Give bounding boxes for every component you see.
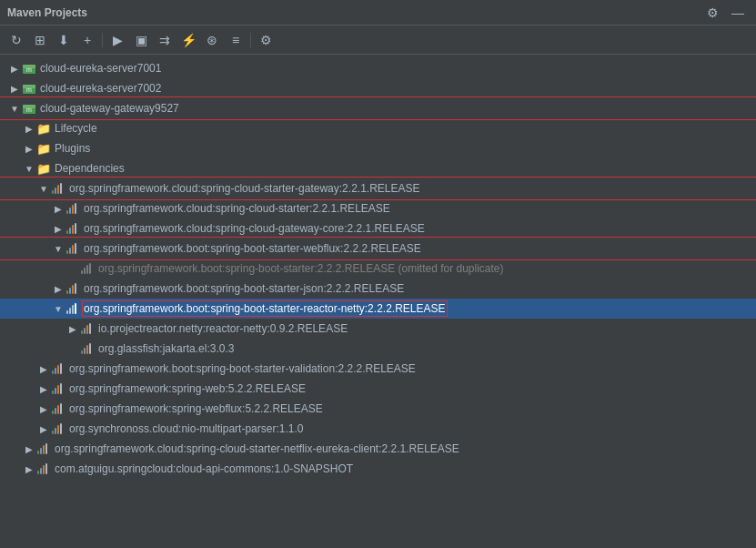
arrow-reactor-netty[interactable]: [51, 301, 66, 316]
label-spring-webflux: org.springframework:spring-webflux:5.2.2…: [69, 402, 323, 415]
arrow-nio-multipart[interactable]: [36, 421, 51, 436]
tree-item-jakarta-el[interactable]: org.glassfish:jakarta.el:3.0.3: [0, 339, 756, 359]
tree-item-dependencies[interactable]: 📁 Dependencies: [0, 158, 756, 178]
dep-icon-nio-multipart: [51, 421, 66, 436]
arrow-jakarta-el: [66, 341, 80, 356]
dep-icon-webflux: [66, 241, 80, 256]
arrow-reactor-netty-child[interactable]: [66, 321, 80, 336]
plugins-icon: 📁: [36, 141, 51, 156]
dep-icon-starter-json: [66, 281, 80, 296]
arrow-eureka-client[interactable]: [22, 441, 36, 456]
refresh-button[interactable]: ↻: [5, 29, 27, 51]
label-starter-validation: org.springframework.boot:spring-boot-sta…: [69, 362, 416, 375]
tree-item-reactor-netty-child[interactable]: io.projectreactor.netty:reactor-netty:0.…: [0, 319, 756, 339]
tree-item-gateway9527[interactable]: m cloud-gateway-gateway9527: [0, 98, 756, 118]
separator-1: [102, 33, 103, 47]
arrow-gateway9527[interactable]: [7, 101, 22, 116]
label-eureka7002: cloud-eureka-server7002: [40, 82, 161, 95]
lifecycle-button[interactable]: ▣: [130, 29, 152, 51]
tree-item-starter-validation[interactable]: org.springframework.boot:spring-boot-sta…: [0, 359, 756, 379]
toggle-button[interactable]: ⇉: [154, 29, 176, 51]
label-starter-json: org.springframework.boot:spring-boot-sta…: [84, 282, 404, 295]
tree-item-nio-multipart[interactable]: org.synchronoss.cloud:nio-multipart-pars…: [0, 419, 756, 439]
arrow-cloud-api-commons[interactable]: [22, 462, 36, 476]
dep-icon-reactor-netty-child: [80, 321, 95, 336]
download-button[interactable]: ⬇: [53, 29, 75, 51]
arrow-eureka7002[interactable]: [7, 81, 22, 96]
tree-item-eureka-client[interactable]: org.springframework.cloud:spring-cloud-s…: [0, 439, 756, 459]
tree-item-lifecycle[interactable]: 📁 Lifecycle: [0, 118, 756, 138]
tree-item-reactor-netty[interactable]: org.springframework.boot:spring-boot-sta…: [0, 299, 756, 319]
tree-container[interactable]: m cloud-eureka-server7001 m cloud-eureka…: [0, 55, 756, 548]
panel-title: Maven Projects: [7, 6, 87, 19]
label-reactor-netty: org.springframework.boot:spring-boot-sta…: [84, 302, 446, 315]
tree-item-cloud-api-commons[interactable]: com.atguigu.springcloud:cloud-api-common…: [0, 459, 756, 479]
project-icon-eureka7002: m: [22, 81, 36, 96]
add-button[interactable]: +: [76, 29, 98, 51]
label-jakarta-el: org.glassfish:jakarta.el:3.0.3: [98, 342, 234, 355]
tree-item-eureka7002[interactable]: m cloud-eureka-server7002: [0, 78, 756, 98]
lifecycle-icon: 📁: [36, 121, 51, 136]
svg-text:m: m: [26, 66, 32, 73]
generate-button[interactable]: ⊞: [29, 29, 51, 51]
arrow-spring-webflux[interactable]: [36, 401, 51, 416]
header-actions: ⚙ —: [701, 2, 749, 24]
arrow-starter-omitted: [66, 261, 80, 276]
dep-icon-starter-gateway: [51, 181, 66, 196]
flash-button[interactable]: ⚡: [177, 29, 199, 51]
label-eureka7001: cloud-eureka-server7001: [40, 62, 161, 75]
tree-item-webflux[interactable]: org.springframework.boot:spring-boot-sta…: [0, 238, 756, 259]
run-button[interactable]: ▶: [106, 29, 128, 51]
arrow-starter-validation[interactable]: [36, 361, 51, 376]
arrow-dependencies[interactable]: [22, 161, 36, 176]
dep-icon-reactor-netty: [66, 301, 80, 316]
tree-item-plugins[interactable]: 📁 Plugins: [0, 138, 756, 158]
label-starter-omitted: org.springframework.boot:spring-boot-sta…: [98, 262, 504, 275]
label-starter-gateway: org.springframework.cloud:spring-cloud-s…: [69, 182, 420, 195]
maven-settings-button[interactable]: ⚙: [255, 29, 277, 51]
panel-header: Maven Projects ⚙ —: [0, 0, 756, 25]
tree-item-starter-gateway[interactable]: org.springframework.cloud:spring-cloud-s…: [0, 178, 756, 198]
arrow-gateway-core[interactable]: [51, 221, 66, 236]
dep-icon-gateway-core: [66, 221, 80, 236]
collapse-button[interactable]: ≡: [225, 29, 247, 51]
dep-icon-spring-webflux: [51, 401, 66, 416]
arrow-plugins[interactable]: [22, 141, 36, 156]
dependencies-icon: 📁: [36, 161, 51, 176]
dep-icon-jakarta-el: [80, 341, 95, 356]
arrow-webflux[interactable]: [51, 241, 66, 256]
tree-item-spring-cloud-starter[interactable]: org.springframework.cloud:spring-cloud-s…: [0, 198, 756, 218]
tree-item-eureka7001[interactable]: m cloud-eureka-server7001: [0, 58, 756, 78]
arrow-starter-gateway[interactable]: [36, 181, 51, 196]
tree-item-starter-json[interactable]: org.springframework.boot:spring-boot-sta…: [0, 279, 756, 299]
label-lifecycle: Lifecycle: [55, 122, 97, 135]
label-plugins: Plugins: [55, 142, 90, 155]
dep-icon-spring-cloud-starter: [66, 201, 80, 216]
svg-text:m: m: [26, 107, 32, 113]
separator-2: [250, 33, 251, 47]
tree-item-gateway-core[interactable]: org.springframework.cloud:spring-cloud-g…: [0, 218, 756, 238]
minimize-button[interactable]: —: [727, 2, 749, 24]
label-webflux: org.springframework.boot:spring-boot-sta…: [84, 242, 421, 255]
settings-button[interactable]: ⚙: [701, 2, 723, 24]
tree-item-spring-web[interactable]: org.springframework:spring-web:5.2.2.REL…: [0, 379, 756, 399]
dep-icon-eureka-client: [36, 441, 51, 456]
label-eureka-client: org.springframework.cloud:spring-cloud-s…: [55, 442, 459, 455]
tree-item-spring-webflux[interactable]: org.springframework:spring-webflux:5.2.2…: [0, 399, 756, 419]
svg-text:m: m: [26, 86, 32, 93]
diagram-button[interactable]: ⊛: [201, 29, 223, 51]
arrow-starter-json[interactable]: [51, 281, 66, 296]
label-gateway9527: cloud-gateway-gateway9527: [40, 102, 179, 115]
arrow-eureka7001[interactable]: [7, 61, 22, 76]
dep-icon-starter-validation: [51, 361, 66, 376]
label-reactor-netty-child: io.projectreactor.netty:reactor-netty:0.…: [98, 322, 348, 335]
arrow-spring-cloud-starter[interactable]: [51, 201, 66, 216]
arrow-spring-web[interactable]: [36, 381, 51, 396]
label-nio-multipart: org.synchronoss.cloud:nio-multipart-pars…: [69, 422, 303, 435]
label-dependencies: Dependencies: [55, 162, 125, 175]
project-icon-eureka7001: m: [22, 61, 36, 76]
arrow-lifecycle[interactable]: [22, 121, 36, 136]
toolbar: ↻ ⊞ ⬇ + ▶ ▣ ⇉ ⚡ ⊛ ≡ ⚙: [0, 25, 756, 55]
project-icon-gateway9527: m: [22, 101, 36, 116]
tree-item-starter-omitted[interactable]: org.springframework.boot:spring-boot-sta…: [0, 259, 756, 279]
